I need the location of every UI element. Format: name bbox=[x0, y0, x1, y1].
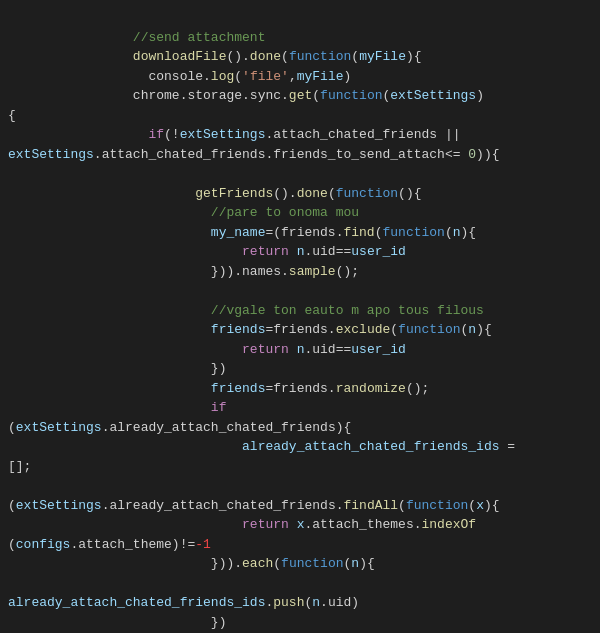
code-line: })).names.sample(); bbox=[0, 262, 600, 282]
code-line: already_attach_chated_friends_ids.push(n… bbox=[0, 593, 600, 613]
code-line: extSettings.attach_chated_friends.friend… bbox=[0, 145, 600, 165]
code-line: chrome.storage.sync.get(function(extSett… bbox=[0, 86, 600, 106]
code-line: if(!extSettings.attach_chated_friends || bbox=[0, 125, 600, 145]
code-line: { bbox=[0, 106, 600, 126]
code-line: (configs.attach_theme)!=-1 bbox=[0, 535, 600, 555]
code-line: if bbox=[0, 398, 600, 418]
code-line bbox=[0, 281, 600, 301]
code-line: getFriends().done(function(){ bbox=[0, 184, 600, 204]
code-line: //pare to onoma mou bbox=[0, 203, 600, 223]
code-line: console.log('file',myFile) bbox=[0, 67, 600, 87]
code-line: })).each(function(n){ bbox=[0, 554, 600, 574]
code-line: //vgale ton eauto m apo tous filous bbox=[0, 301, 600, 321]
code-line: (extSettings.already_attach_chated_frien… bbox=[0, 418, 600, 438]
code-line: return n.uid==user_id bbox=[0, 242, 600, 262]
code-line bbox=[0, 476, 600, 496]
code-line: return n.uid==user_id bbox=[0, 340, 600, 360]
code-line bbox=[0, 164, 600, 184]
code-line: (extSettings.already_attach_chated_frien… bbox=[0, 496, 600, 516]
code-line: }) bbox=[0, 613, 600, 633]
code-line: friends=friends.exclude(function(n){ bbox=[0, 320, 600, 340]
code-line: my_name=(friends.find(function(n){ bbox=[0, 223, 600, 243]
code-line: []; bbox=[0, 457, 600, 477]
code-line: //send attachment bbox=[0, 28, 600, 48]
code-line: friends=friends.randomize(); bbox=[0, 379, 600, 399]
code-line: return x.attach_themes.indexOf bbox=[0, 515, 600, 535]
code-line: already_attach_chated_friends_ids = bbox=[0, 437, 600, 457]
code-editor: //send attachment downloadFile().done(fu… bbox=[0, 0, 600, 633]
code-line: downloadFile().done(function(myFile){ bbox=[0, 47, 600, 67]
code-line bbox=[0, 574, 600, 594]
code-line: }) bbox=[0, 359, 600, 379]
